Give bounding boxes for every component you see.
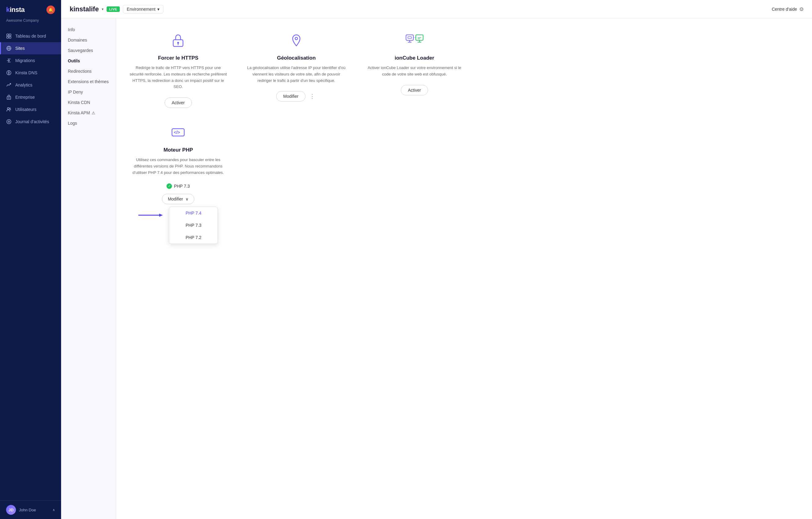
php-option-74[interactable]: PHP 7.4 bbox=[169, 207, 218, 219]
topbar-left: kinstalife ▾ LIVE Environnement ▾ bbox=[70, 5, 164, 13]
help-label: Centre d'aide bbox=[772, 7, 797, 11]
sidebar-item-migrations[interactable]: Migrations bbox=[0, 54, 61, 66]
svg-marker-34 bbox=[159, 214, 163, 217]
geo-more-options[interactable]: ⋮ bbox=[308, 92, 317, 101]
migrations-icon bbox=[6, 58, 11, 63]
tool-https: Forcer le HTTPS Redirige le trafic de HT… bbox=[128, 31, 228, 108]
sidebar-item-sites[interactable]: Sites bbox=[0, 42, 61, 54]
warning-icon: ⚠ bbox=[92, 111, 95, 115]
https-icon bbox=[168, 31, 188, 50]
dashboard-icon bbox=[6, 33, 11, 39]
geo-icon bbox=[287, 31, 306, 50]
journal-icon bbox=[6, 119, 11, 125]
php-dropdown-container: Modifier ∨ bbox=[138, 194, 218, 244]
svg-rect-21 bbox=[406, 35, 413, 40]
https-activate-button[interactable]: Activer bbox=[165, 98, 192, 108]
sidebar-item-label: Sites bbox=[15, 46, 25, 51]
https-actions: Activer bbox=[165, 98, 192, 108]
sidebar-item-label: Entreprise bbox=[15, 95, 35, 100]
php-modifier-button[interactable]: Modifier ∨ bbox=[162, 194, 194, 204]
help-link[interactable]: Centre d'aide ⊙ bbox=[772, 6, 804, 12]
svg-rect-1 bbox=[9, 34, 11, 36]
sub-nav-kinsta-cdn[interactable]: Kinsta CDN bbox=[61, 97, 116, 108]
tool-ioncube: ionCube Loader Activer ionCube Loader su… bbox=[365, 31, 464, 108]
ioncube-activate-button[interactable]: Activer bbox=[401, 85, 428, 95]
svg-point-14 bbox=[9, 108, 11, 109]
php-option-72[interactable]: PHP 7.2 bbox=[169, 231, 218, 244]
sidebar-item-tableau[interactable]: Tableau de bord bbox=[0, 30, 61, 42]
notification-icon[interactable]: 🔔 bbox=[47, 5, 55, 14]
blue-arrow-svg bbox=[138, 212, 163, 218]
geo-title: Géolocalisation bbox=[277, 55, 316, 61]
php-option-73[interactable]: PHP 7.3 bbox=[169, 219, 218, 231]
svg-rect-0 bbox=[7, 34, 8, 36]
tools-grid: Forcer le HTTPS Redirige le trafic de HT… bbox=[128, 31, 464, 244]
site-chevron-icon[interactable]: ▾ bbox=[102, 7, 104, 11]
sidebar-header: kinsta 🔔 bbox=[0, 0, 61, 18]
sub-nav-redirections[interactable]: Redirections bbox=[61, 66, 116, 76]
php-dropdown-row: PHP 7.4 PHP 7.3 PHP 7.2 bbox=[138, 207, 218, 244]
page-content: Forcer le HTTPS Redirige le trafic de HT… bbox=[116, 18, 812, 519]
svg-point-13 bbox=[7, 108, 9, 109]
svg-rect-3 bbox=[9, 36, 11, 38]
chevron-up-icon: ∧ bbox=[53, 508, 55, 512]
env-label: Environnement bbox=[127, 7, 155, 11]
env-selector[interactable]: Environnement ▾ bbox=[123, 5, 164, 13]
svg-point-15 bbox=[7, 119, 11, 124]
php-status: ✓ PHP 7.3 bbox=[167, 183, 190, 189]
arrow-container bbox=[138, 212, 163, 218]
svg-point-16 bbox=[8, 121, 10, 122]
sub-nav-logs[interactable]: Logs bbox=[61, 118, 116, 128]
sidebar-item-label: Kinsta DNS bbox=[15, 70, 37, 75]
sidebar-item-utilisateurs[interactable]: Utilisateurs bbox=[0, 103, 61, 115]
geo-actions: Modifier ⋮ bbox=[276, 91, 317, 102]
svg-rect-11 bbox=[7, 97, 11, 99]
tool-geo: Géolocalisation La géolocalisation utili… bbox=[246, 31, 346, 108]
sidebar-nav: Tableau de bord Sites Migrations bbox=[0, 28, 61, 500]
sidebar-item-kinsta-dns[interactable]: Kinsta DNS bbox=[0, 66, 61, 79]
svg-point-8 bbox=[8, 72, 9, 73]
tool-php: </> Moteur PHP Utilisez ces commandes po… bbox=[128, 122, 228, 244]
analytics-icon bbox=[6, 82, 11, 88]
geo-modifier-button[interactable]: Modifier bbox=[276, 91, 306, 102]
php-icon: </> bbox=[168, 122, 188, 142]
sub-nav-info[interactable]: Info bbox=[61, 24, 116, 35]
sidebar-item-analytics[interactable]: Analytics bbox=[0, 79, 61, 91]
sidebar-item-entreprise[interactable]: Entreprise bbox=[0, 91, 61, 103]
sub-nav-outils[interactable]: Outils bbox=[61, 56, 116, 66]
live-badge: LIVE bbox=[107, 6, 119, 12]
topbar: kinstalife ▾ LIVE Environnement ▾ Centre… bbox=[61, 0, 812, 18]
sidebar-item-label: Migrations bbox=[15, 58, 35, 63]
modifier-chevron-icon: ∨ bbox=[185, 196, 188, 201]
sub-nav-domaines[interactable]: Domaines bbox=[61, 35, 116, 45]
sites-icon bbox=[6, 46, 11, 51]
php-dropdown-menu: PHP 7.4 PHP 7.3 PHP 7.2 bbox=[169, 207, 218, 244]
env-chevron-icon: ▾ bbox=[157, 7, 160, 11]
content-area: Info Domaines Sauvegardes Outils Redirec… bbox=[61, 18, 812, 519]
php-status-dot: ✓ bbox=[167, 183, 172, 189]
site-name: kinstalife bbox=[70, 5, 99, 13]
sub-nav-ip-deny[interactable]: IP Deny bbox=[61, 87, 116, 97]
sidebar-item-label: Utilisateurs bbox=[15, 107, 36, 112]
svg-text:</>: </> bbox=[174, 130, 180, 135]
php-current-version: PHP 7.3 bbox=[174, 184, 190, 189]
user-footer[interactable]: JD John Doe ∧ bbox=[0, 500, 61, 519]
avatar: JD bbox=[6, 505, 16, 515]
ioncube-description: Activer ionCube Loader sur votre environ… bbox=[365, 65, 464, 78]
php-title: Moteur PHP bbox=[164, 147, 193, 153]
apm-label: Kinsta APM bbox=[68, 110, 90, 115]
users-icon bbox=[6, 107, 11, 112]
svg-rect-12 bbox=[8, 98, 9, 99]
https-description: Redirige le trafic de HTTP vers HTTPS po… bbox=[128, 65, 228, 90]
company-name: Awesome Company bbox=[0, 18, 61, 28]
sub-nav-kinsta-apm[interactable]: Kinsta APM ⚠ bbox=[61, 108, 116, 118]
svg-rect-2 bbox=[7, 36, 8, 38]
sub-nav-extensions[interactable]: Extensions et thèmes bbox=[61, 76, 116, 87]
sidebar-item-label: Analytics bbox=[15, 83, 32, 87]
sidebar-item-journal[interactable]: Journal d'activités bbox=[0, 115, 61, 128]
https-title: Forcer le HTTPS bbox=[158, 55, 198, 61]
main-area: kinstalife ▾ LIVE Environnement ▾ Centre… bbox=[61, 0, 812, 519]
entreprise-icon bbox=[6, 94, 11, 100]
geo-description: La géolocalisation utilise l'adresse IP … bbox=[246, 65, 346, 84]
sub-nav-sauvegardes[interactable]: Sauvegardes bbox=[61, 45, 116, 56]
